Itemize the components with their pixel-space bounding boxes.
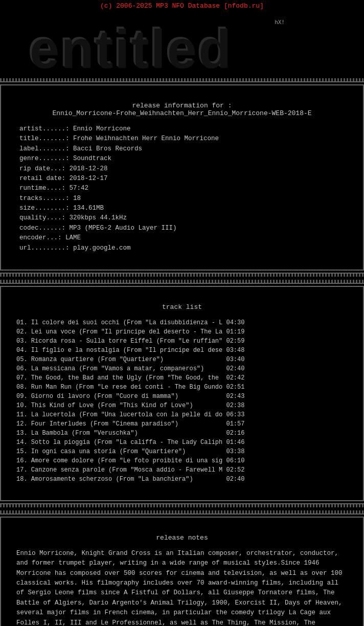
tracklist-panel: track list 01. Il colore dei suoi occhi … (0, 286, 364, 501)
release-field: quality....: 320kbps 44.1kHz (19, 213, 345, 223)
release-field: artist......: Ennio Morricone (19, 124, 345, 134)
track-item: 03. Ricorda rosa - Sulla torre Eiffel (F… (16, 337, 348, 346)
track-item: 09. Giorno di lavoro (From "Cuore di mam… (16, 392, 348, 401)
track-item: 15. In ogni casa una storia (From "Quart… (16, 447, 348, 456)
release-notes-content: release notes Ennio Morricone, Knight Gr… (0, 527, 364, 626)
tracklist-tracks: 01. Il colore dei suoi occhi (From "La d… (16, 318, 348, 484)
track-item: 04. Il figlio e la nostalgia (From "Il p… (16, 346, 348, 355)
release-field: label.......: Bacci Bros Records (19, 144, 345, 154)
release-notes-title: release notes (16, 534, 348, 542)
release-field: title.......: Frohe Weihnachten Herr Enn… (19, 134, 345, 144)
release-info-title: release information for : Ennio_Morricon… (19, 102, 345, 117)
track-item: 14. Sotto la pioggia (From "La califfa -… (16, 438, 348, 447)
track-item: 07. The Good, the Bad and the Ugly (From… (16, 373, 348, 383)
track-item: 13. La Bambola (From "Veruschka") 02:16 (16, 429, 348, 438)
track-item: 18. Amorosamente scherzoso (From "La ban… (16, 475, 348, 484)
track-item: 11. La lucertola (From "Una lucertola co… (16, 410, 348, 419)
release-field: tracks......: 18 (19, 194, 345, 204)
release-field: size........: 134.61MB (19, 204, 345, 213)
release-field: encoder...: LAME (19, 233, 345, 243)
release-notes-panel: release notes Ennio Morricone, Knight Gr… (0, 517, 364, 626)
logo-svg: entitled entitled entitled (24, 16, 340, 75)
track-item: 05. Romanza quartiere (From "Quartiere")… (16, 355, 348, 364)
track-item: 10. This Kind of Love (From "This Kind o… (16, 401, 348, 410)
track-item: 02. Lei una voce (From "Il principe del … (16, 327, 348, 337)
release-info-panel: release information for : Ennio_Morricon… (0, 84, 364, 271)
hx-badge: hX! (275, 19, 285, 26)
release-field: codec......: MP3 (MPEG-2 Audio Layer III… (19, 223, 345, 233)
release-field: genre.......: Soundtrack (19, 154, 345, 164)
tracklist-content: track list 01. Il colore dei suoi occhi … (0, 296, 364, 491)
frame-top-release (0, 84, 364, 95)
track-item: 16. Amore come dolore (From "Le foto pro… (16, 456, 348, 465)
track-item: 01. Il colore dei suoi occhi (From "La d… (16, 318, 348, 327)
frame-top-tracklist (0, 286, 364, 296)
logo-section: entitled entitled entitled hX! (0, 12, 364, 78)
track-item: 06. La messicana (From "Vamos a matar, c… (16, 364, 348, 373)
copyright-text: (c) 2006-2025 MP3 NFO Database [nfodb.ru… (100, 2, 264, 10)
release-info-content: release information for : Ennio_Morricon… (0, 95, 364, 260)
svg-text:entitled: entitled (30, 19, 233, 75)
release-field: rip date...: 2018-12-28 (19, 164, 345, 174)
release-field: url.........: play.google.com (19, 243, 345, 253)
frame-bottom-release (0, 260, 364, 271)
release-fields: artist......: Ennio Morriconetitle......… (19, 124, 345, 253)
track-item: 08. Run Man Run (From "Le rese dei conti… (16, 383, 348, 392)
frame-bottom-tracklist (0, 491, 364, 501)
release-notes-text: Ennio Morricone, Knight Grand Cross is a… (16, 549, 348, 626)
track-item: 12. Four Interludes (From "Cinema paradi… (16, 419, 348, 429)
release-field: retail date: 2018-12-17 (19, 174, 345, 184)
frame-top-notes (0, 517, 364, 527)
track-item: 17. Canzone senza parole (From "Mosca ad… (16, 465, 348, 475)
tracklist-title: track list (16, 303, 348, 311)
release-field: runtime....: 57:42 (19, 184, 345, 193)
copyright-bar: (c) 2006-2025 MP3 NFO Database [nfodb.ru… (0, 0, 364, 12)
